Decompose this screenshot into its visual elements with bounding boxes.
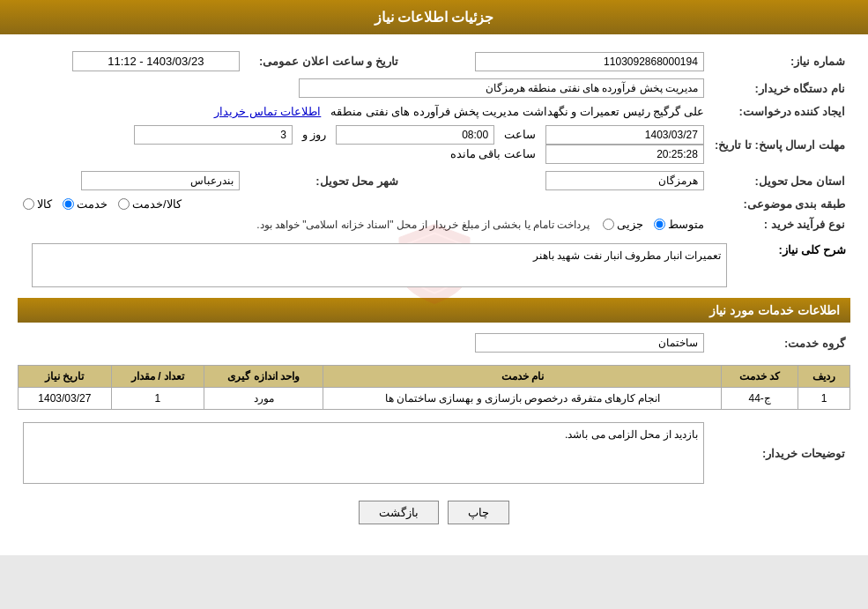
mohlat-rooz-label: روز و [302,128,327,141]
garoh-table: گروه خدمت: ساختمان [18,330,850,356]
ostan-label: استان محل تحویل: [709,167,850,194]
page-wrapper: جزئیات اطلاعات نیاز شماره نیاز: 11030928… [0,0,868,555]
ijadKonnande-value: علی گرگیج رئیس تعمیرات و نگهداشت مدیریت … [18,101,709,122]
back-button[interactable]: بازگشت [359,501,439,524]
sharh-value-container: تعمیرات انبار مطروف انبار نفت شهید باهنر [18,243,727,287]
radio-jozee[interactable] [603,219,614,230]
garoh-field: ساختمان [475,333,704,353]
mohlatErsalPasokh-label: مهلت ارسال پاسخ: تا تاریخ: [709,122,850,167]
radio-kala-item: کالا [23,197,52,211]
row-kod: ج-44 [722,388,798,410]
radio-kala-label: کالا [37,197,52,211]
radio-jozee-item: جزیی [603,218,643,231]
col-tarikh: تاریخ نیاز [19,366,112,388]
page-header: جزئیات اطلاعات نیاز [0,0,868,34]
mohlat-row: 1403/03/27 ساعت 08:00 روز و 3 20:25:28 س… [18,122,709,167]
row-vahed: مورد [204,388,323,410]
row-tedad: 1 [111,388,204,410]
sharh-field: تعمیرات انبار مطروف انبار نفت شهید باهنر [32,243,727,287]
col-vahed: واحد اندازه گیری [204,366,323,388]
info-table: شماره نیاز: 1103092868000194 تاریخ و ساع… [18,48,850,234]
col-tedad: تعداد / مقدار [111,366,204,388]
radio-motevaset[interactable] [654,219,665,230]
radio-motevaset-item: متوسط [654,218,704,231]
col-nam: نام خدمت [323,366,722,388]
buyer-notes-label: توضیحات خریدار: [709,419,850,487]
shahr-value: بندرعباس [18,167,245,194]
radio-khedmat[interactable] [63,198,74,210]
services-table-header: ردیف کد خدمت نام خدمت واحد اندازه گیری ت… [19,366,850,388]
namDastgah-field: مدیریت پخش فرآورده های نفتی منطقه هرمزگا… [299,78,704,98]
col-kod: کد خدمت [722,366,798,388]
buyer-notes-field[interactable]: بازدید از محل الزامی می باشد. [23,422,704,484]
radio-kala-khedmat-item: کالا/خدمت [118,197,182,211]
ettelaatTamas-link[interactable]: اطلاعات تماس خریدار [214,105,321,118]
shomareNiaz-value: 1103092868000194 [404,48,709,75]
shahr-label: شهر محل تحویل: [245,167,404,194]
col-radif: ردیف [798,366,850,388]
page-title: جزئیات اطلاعات نیاز [375,10,494,25]
mohlat-rooz-field: 3 [134,125,293,145]
ostan-value: هرمزگان [404,167,709,194]
tabaqebandi-radio-group: کالا خدمت کالا/خدمت [23,197,704,211]
row-nam: انجام کارهای متفرقه درخصوص بازسازی و بهس… [323,388,722,410]
mohlat-saat-field: 08:00 [336,125,494,145]
print-button[interactable]: چاپ [448,501,509,524]
tabaqebandi-radios: کالا خدمت کالا/خدمت [18,194,709,214]
sharh-label: شرح کلی نیاز: [727,243,850,256]
tarikh-value: 1403/03/23 - 11:12 [18,48,245,75]
radio-motevaset-label: متوسط [668,218,704,231]
main-content: شماره نیاز: 1103092868000194 تاریخ و ساع… [0,34,868,538]
radio-kala[interactable] [23,198,34,210]
noeFarayand-label: نوع فرآیند خرید : [709,214,850,234]
noeFarayand-row: جزیی متوسط پرداخت تامام یا بخشی از مبلغ … [18,214,709,234]
services-table-body: 1 ج-44 انجام کارهای متفرقه درخصوص بازساز… [19,388,850,410]
mohlat-baqi-label: ساعت باقی مانده [450,147,536,160]
radio-khedmat-label: خدمت [77,197,108,211]
tarikh-label: تاریخ و ساعت اعلان عمومی: [245,48,404,75]
radio-jozee-label: جزیی [617,218,643,231]
mohlat-date-field: 1403/03/27 [545,125,704,145]
sharh-section: شرح کلی نیاز: تعمیرات انبار مطروف انبار … [18,243,850,287]
shomareNiaz-field: 1103092868000194 [475,52,704,71]
buyer-notes-table: توضیحات خریدار: بازدید از محل الزامی می … [18,419,850,487]
table-row: 1 ج-44 انجام کارهای متفرقه درخصوص بازساز… [19,388,850,410]
mohlat-saat-label: ساعت [504,128,536,141]
row-radif: 1 [798,388,850,410]
services-section-header: اطلاعات خدمات مورد نیاز [18,298,850,323]
mohlat-baqi-field: 20:25:28 [545,145,704,164]
buttons-container: چاپ بازگشت [18,501,850,524]
radio-kala-khedmat[interactable] [118,198,130,210]
noeFarayand-notice: پرداخت تامام یا بخشی از مبلغ خریدار از م… [256,219,590,231]
services-table: ردیف کد خدمت نام خدمت واحد اندازه گیری ت… [18,365,850,410]
sharh-label-text: شرح کلی نیاز: [778,243,846,256]
tabaqebandi-label: طبقه بندی موضوعی: [709,194,850,214]
ijad-text: علی گرگیج رئیس تعمیرات و نگهداشت مدیریت … [330,105,704,118]
radio-khedmat-item: خدمت [63,197,108,211]
tarikh-field: 1403/03/23 - 11:12 [72,51,240,71]
namDastgah-label: نام دستگاه خریدار: [709,75,850,101]
ijadKonnande-label: ایجاد کننده درخواست: [709,101,850,122]
noeFarayand-radio-group: جزیی متوسط [603,218,704,231]
buyer-notes-value: بازدید از محل الزامی می باشد. [18,419,709,487]
garoh-label: گروه خدمت: [709,330,850,356]
row-tarikh: 1403/03/27 [19,388,112,410]
shahr-field: بندرعباس [81,171,240,190]
shomareNiaz-label: شماره نیاز: [709,48,850,75]
garoh-value: ساختمان [18,330,709,356]
namDastgah-value: مدیریت پخش فرآورده های نفتی منطقه هرمزگا… [18,75,709,101]
ostan-field: هرمزگان [545,171,704,190]
radio-kala-khedmat-label: کالا/خدمت [132,197,182,211]
